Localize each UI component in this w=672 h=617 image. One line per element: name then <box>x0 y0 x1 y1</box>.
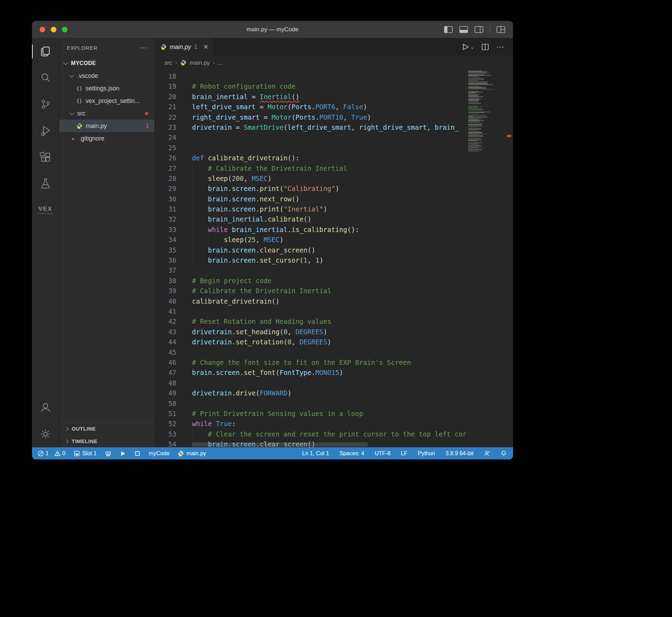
code-line[interactable]: 21left_drive_smart = Motor(Ports.PORT6, … <box>155 102 466 112</box>
breadcrumb-symbol[interactable]: ... <box>218 59 223 66</box>
line-number[interactable]: 28 <box>155 174 176 184</box>
code-text[interactable]: calibrate_drivetrain() <box>192 296 280 306</box>
breadcrumb-file[interactable]: main.py <box>190 59 210 66</box>
code-line[interactable]: 44drivetrain.set_rotation(0, DEGREES) <box>155 337 466 347</box>
code-text[interactable]: right_drive_smart = Motor(Ports.PORT10, … <box>192 112 371 122</box>
minimap[interactable] <box>466 70 505 447</box>
code-line[interactable]: 37 <box>155 265 466 275</box>
code-line[interactable]: 48 <box>155 378 466 388</box>
code-line[interactable]: 45 <box>155 347 466 358</box>
timeline-panel-header[interactable]: TIMELINE <box>59 435 154 447</box>
code-line[interactable]: 19# Robot configuration code <box>155 81 466 91</box>
code-line[interactable]: 28 sleep(200, MSEC) <box>155 174 466 184</box>
line-number[interactable]: 51 <box>155 409 176 419</box>
line-number[interactable]: 49 <box>155 388 176 398</box>
line-number[interactable]: 41 <box>155 306 176 316</box>
code-text[interactable]: left_drive_smart = Motor(Ports.PORT6, Fa… <box>192 102 367 112</box>
code-line[interactable]: 42# Reset Rotation and Heading values <box>155 316 466 327</box>
code-line[interactable]: 22right_drive_smart = Motor(Ports.PORT10… <box>155 112 466 122</box>
line-number[interactable]: 30 <box>155 194 176 204</box>
line-number[interactable]: 43 <box>155 327 176 337</box>
code-line[interactable]: 39# Calibrate the Drivetrain Inertial <box>155 286 466 296</box>
vertical-scrollbar[interactable] <box>505 70 513 447</box>
activity-run-debug[interactable] <box>32 118 59 144</box>
line-number[interactable]: 21 <box>155 102 176 112</box>
code-text[interactable]: brain.screen.next_row() <box>192 194 299 204</box>
code-text[interactable]: brain.screen.clear_screen() <box>192 245 315 255</box>
activity-source-control[interactable] <box>32 91 59 118</box>
toggle-secondary-sidebar-button[interactable] <box>474 26 483 33</box>
code-line[interactable]: 53 # Clear the screen and reset the prin… <box>155 429 466 439</box>
close-window-button[interactable] <box>40 27 45 32</box>
code-text[interactable]: drivetrain.set_heading(0, DEGREES) <box>192 327 327 337</box>
tree-item-gitignore[interactable]: ◆.gitignore <box>59 132 154 145</box>
code-line[interactable]: 24 <box>155 133 466 143</box>
indentation-setting[interactable]: Spaces: 4 <box>339 450 364 457</box>
tree-item-src[interactable]: src <box>59 107 154 120</box>
activity-account[interactable] <box>32 394 59 421</box>
python-interpreter[interactable]: 3.8.9 64-bit <box>446 450 473 457</box>
code-line[interactable]: 36 brain.screen.set_cursor(1, 1) <box>155 255 466 265</box>
line-number[interactable]: 54 <box>155 439 176 447</box>
line-number[interactable]: 24 <box>155 133 176 143</box>
eol-setting[interactable]: LF <box>401 450 407 457</box>
split-editor-button[interactable] <box>481 43 489 51</box>
code-text[interactable]: def calibrate_drivetrain(): <box>192 153 299 163</box>
line-number[interactable]: 36 <box>155 255 176 265</box>
activity-testing[interactable] <box>32 170 59 197</box>
line-number[interactable]: 33 <box>155 225 176 235</box>
code-line[interactable]: 26def calibrate_drivetrain(): <box>155 153 466 163</box>
problems-indicator[interactable]: 1 0 <box>38 450 65 457</box>
tree-item-settings-json[interactable]: {}settings.json <box>59 82 154 95</box>
line-number[interactable]: 31 <box>155 204 176 214</box>
active-file-item[interactable]: main.py <box>178 450 206 457</box>
feedback-button[interactable] <box>484 450 490 457</box>
activity-explorer[interactable] <box>32 38 59 65</box>
code-line[interactable]: 23drivetrain = SmartDrive(left_drive_sma… <box>155 122 466 133</box>
code-line[interactable]: 49drivetrain.drive(FORWARD) <box>155 388 466 398</box>
code-text[interactable]: drivetrain = SmartDrive(left_drive_smart… <box>192 122 458 133</box>
line-number[interactable]: 38 <box>155 276 176 286</box>
code-text[interactable]: # Reset Rotation and Heading values <box>192 316 331 327</box>
more-actions-icon[interactable]: ⋯ <box>496 42 505 51</box>
code-text[interactable]: # Calibrate the Drivetrain Inertial <box>192 163 347 174</box>
activity-extensions[interactable] <box>32 144 59 170</box>
code-line[interactable]: 27 # Calibrate the Drivetrain Inertial <box>155 163 466 174</box>
breadcrumb-src[interactable]: src <box>165 59 172 66</box>
cursor-position[interactable]: Ln 1, Col 1 <box>302 450 329 457</box>
line-number[interactable]: 35 <box>155 245 176 255</box>
code-line[interactable]: 29 brain.screen.print("Calibrating") <box>155 184 466 194</box>
line-number[interactable]: 50 <box>155 399 176 409</box>
customize-layout-button[interactable] <box>496 26 505 33</box>
code-text[interactable]: brain.screen.set_font(FontType.MONO15) <box>192 368 343 378</box>
line-number[interactable]: 34 <box>155 235 176 245</box>
code-text[interactable]: drivetrain.drive(FORWARD) <box>192 388 291 398</box>
code-text[interactable]: drivetrain.set_rotation(0, DEGREES) <box>192 337 331 347</box>
zoom-window-button[interactable] <box>62 27 67 32</box>
code-text[interactable]: sleep(25, MSEC) <box>192 235 283 245</box>
line-number[interactable]: 45 <box>155 347 176 358</box>
line-number[interactable]: 29 <box>155 184 176 194</box>
language-mode[interactable]: Python <box>418 450 435 457</box>
activity-settings[interactable] <box>32 421 59 447</box>
line-number[interactable]: 40 <box>155 296 176 306</box>
tree-item-mycode[interactable]: MYCODE <box>59 57 154 70</box>
tree-item-main-py[interactable]: main.py1 <box>59 120 154 132</box>
line-number[interactable]: 26 <box>155 153 176 163</box>
code-text[interactable]: # Change the font size to fit on the EXP… <box>192 358 411 368</box>
close-tab-icon[interactable]: ✕ <box>203 43 208 51</box>
line-number[interactable]: 32 <box>155 214 176 224</box>
code-text[interactable]: brain.screen.print("Inertial") <box>192 204 327 214</box>
run-python-file-button[interactable]: ⌄ <box>461 43 474 51</box>
run-project-button[interactable] <box>120 450 126 457</box>
stop-project-button[interactable] <box>134 450 141 457</box>
toggle-panel-button[interactable] <box>459 26 468 33</box>
horizontal-scrollbar[interactable] <box>192 442 368 447</box>
code-line[interactable]: 43drivetrain.set_heading(0, DEGREES) <box>155 327 466 337</box>
code-text[interactable]: while True: <box>192 419 236 429</box>
vex-device-button[interactable] <box>105 450 111 457</box>
code-line[interactable]: 46# Change the font size to fit on the E… <box>155 358 466 368</box>
code-line[interactable]: 51# Print Drivetrain Sensing values in a… <box>155 409 466 419</box>
explorer-actions-icon[interactable]: ⋯ <box>140 43 147 52</box>
code-line[interactable]: 38# Begin project code <box>155 276 466 286</box>
